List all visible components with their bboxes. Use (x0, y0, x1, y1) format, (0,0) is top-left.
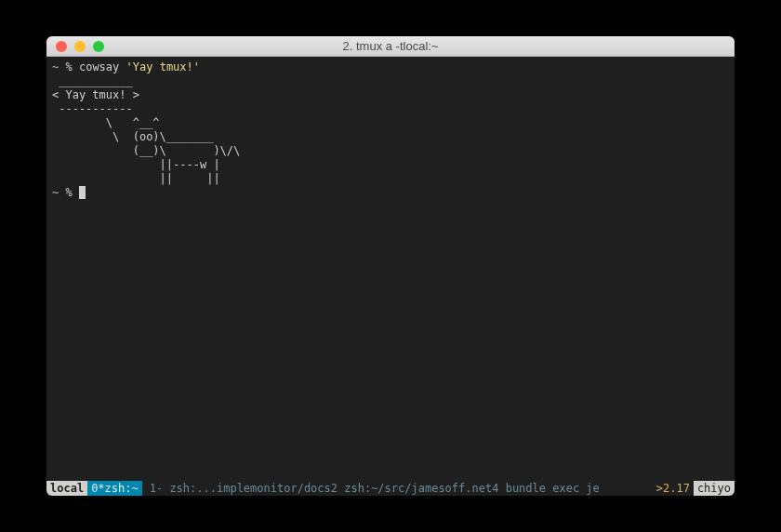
terminal-window: 2. tmux a -tlocal:~ ~ % cowsay 'Yay tmux… (46, 36, 735, 496)
status-window[interactable]: 1- zsh:...implemonitor/docs (150, 481, 331, 496)
status-window[interactable]: 2 zsh:~/src/jamesoff.net (331, 481, 492, 496)
prompt-dir: ~ (52, 186, 59, 199)
prompt-dir: ~ (52, 60, 59, 73)
session-name: local (50, 481, 84, 496)
prompt-symbol: % (65, 186, 72, 199)
output-line: < Yay tmux! > (52, 88, 139, 101)
command-name: cowsay (79, 60, 119, 73)
tmux-statusbar: local 0* zsh:~ 1- zsh:...implemonitor/do… (46, 481, 735, 496)
close-icon[interactable] (56, 41, 67, 52)
status-window[interactable]: 4 bundle exec je (492, 481, 600, 496)
output-line: ----------- (52, 102, 133, 115)
output-line: ___________ (52, 74, 133, 87)
minimize-icon[interactable] (74, 41, 86, 52)
output-line: \ (oo)\_______ (52, 130, 213, 143)
window-index: 0* (91, 481, 104, 496)
window-name: zsh:~ (105, 481, 139, 496)
status-session[interactable]: local (46, 481, 87, 496)
output-line: || || (52, 172, 220, 185)
hostname: chiyo (697, 481, 731, 496)
window-title: 2. tmux a -tlocal:~ (46, 39, 735, 53)
status-active-window[interactable]: 0* zsh:~ (87, 481, 142, 496)
time-prefix: > (656, 481, 663, 496)
window-titlebar: 2. tmux a -tlocal:~ (46, 36, 735, 57)
traffic-lights (46, 41, 104, 52)
output-line: ||----w | (52, 158, 220, 171)
cursor (79, 186, 86, 199)
output-line: (__)\ )\/\ (52, 144, 240, 157)
status-time: > 2.17 (653, 481, 694, 496)
time-value: 2.17 (663, 481, 690, 496)
status-window-list: 1- zsh:...implemonitor/docs 2 zsh:~/src/… (142, 481, 653, 496)
command-arg: 'Yay tmux!' (126, 60, 200, 73)
output-line: \ ^__^ (52, 116, 160, 129)
maximize-icon[interactable] (93, 41, 104, 52)
prompt-symbol: % (65, 60, 72, 73)
status-hostname: chiyo (694, 481, 735, 496)
terminal-content[interactable]: ~ % cowsay 'Yay tmux!' ___________ < Yay… (46, 57, 735, 481)
